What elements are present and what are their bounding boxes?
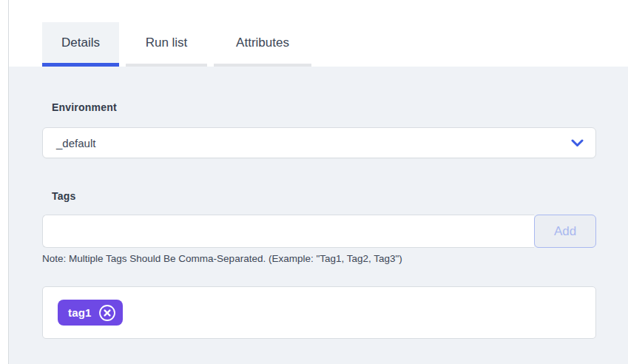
remove-tag-icon[interactable] xyxy=(98,304,116,322)
chevron-down-icon xyxy=(571,139,584,147)
tab-details[interactable]: Details xyxy=(42,22,119,67)
environment-select[interactable]: _default xyxy=(42,127,596,158)
tags-note: Note: Multiple Tags Should Be Comma-Sepa… xyxy=(42,253,402,264)
environment-selected-value: _default xyxy=(56,137,571,149)
tags-input-group: Add xyxy=(42,215,596,248)
environment-label: Environment xyxy=(52,101,117,113)
add-tag-button[interactable]: Add xyxy=(534,215,596,248)
tabs-header: Details Run list Attributes xyxy=(42,22,311,67)
tab-run-list[interactable]: Run list xyxy=(126,22,207,67)
tags-chip-container: tag1 xyxy=(42,286,596,339)
tab-attributes-label: Attributes xyxy=(236,36,289,50)
tag-chip: tag1 xyxy=(58,300,123,326)
tag-chip-label: tag1 xyxy=(68,306,92,319)
tags-label: Tags xyxy=(52,190,75,202)
tags-input[interactable] xyxy=(42,215,534,248)
tab-details-label: Details xyxy=(61,36,100,50)
left-panel-divider xyxy=(8,0,9,364)
details-panel: Environment _default Tags Add Note: Mult… xyxy=(9,67,628,364)
tab-run-list-label: Run list xyxy=(146,36,188,50)
tab-attributes[interactable]: Attributes xyxy=(214,22,311,67)
